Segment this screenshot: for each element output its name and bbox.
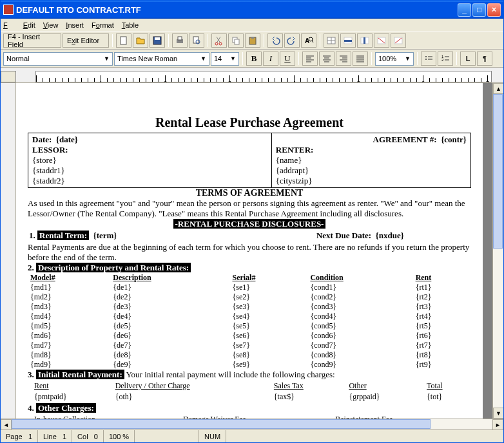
new-icon[interactable] bbox=[116, 33, 131, 48]
status-col: Col 0 bbox=[72, 430, 104, 442]
window-title: DEFAULT RTO CONTRACT.RTF bbox=[16, 5, 141, 15]
terms-text: As used in this agreement "you" and "you… bbox=[28, 198, 471, 219]
table-row: {md7}{de7}{se7}{cond7}{rt7} bbox=[28, 341, 471, 350]
rtl-icon[interactable]: ¶ bbox=[477, 52, 492, 66]
insert-field-button[interactable]: F4 - Insert Field bbox=[3, 33, 61, 48]
scroll-up-icon[interactable]: ▲ bbox=[493, 83, 503, 94]
style-dropdown[interactable]: Normal▼ bbox=[3, 52, 113, 66]
svg-text:2: 2 bbox=[441, 58, 444, 62]
menubar: F Edit View Insert Format Table bbox=[1, 19, 503, 32]
grid-header: Description bbox=[110, 273, 229, 283]
grid-header: Condition bbox=[307, 273, 412, 283]
status-line: Line 1 bbox=[38, 430, 72, 442]
align-center-icon[interactable] bbox=[319, 52, 334, 66]
menu-insert[interactable]: Insert bbox=[66, 21, 84, 29]
svg-rect-20 bbox=[344, 40, 352, 42]
charges-table: RentDelivery / Other ChargeSales TaxOthe… bbox=[28, 380, 471, 403]
property-grid: Model#DescriptionSerial#ConditionRent {m… bbox=[28, 273, 471, 370]
disclosures-header: -RENTAL PURCHASE DISCLOSURES- bbox=[173, 219, 326, 229]
delete-row-icon[interactable] bbox=[374, 33, 389, 48]
section1-text: Rental Payments are due at the beginning… bbox=[28, 242, 471, 263]
table-row: {md6}{de6}{se6}{cond6}{rt6} bbox=[28, 331, 471, 341]
horizontal-scrollbar[interactable]: ◄ ► bbox=[1, 419, 503, 429]
table-row: {md8}{de8}{se8}{cond8}{rt8} bbox=[28, 350, 471, 360]
paste-icon[interactable] bbox=[245, 33, 260, 48]
horizontal-ruler[interactable]: 1234567 bbox=[1, 68, 503, 83]
zoom-dropdown[interactable]: 100%▼ bbox=[375, 52, 414, 66]
insert-col-icon[interactable] bbox=[357, 33, 373, 48]
align-left-icon[interactable] bbox=[302, 52, 318, 66]
doc-title: Rental Lease Purchase Agreement bbox=[28, 115, 471, 130]
insert-row-icon[interactable] bbox=[340, 33, 356, 48]
size-dropdown[interactable]: 14▼ bbox=[211, 52, 239, 66]
menu-file[interactable]: F bbox=[3, 21, 15, 29]
menu-table[interactable]: Table bbox=[122, 21, 139, 29]
grid-header: Model# bbox=[28, 273, 110, 283]
underline-icon[interactable]: U bbox=[280, 52, 295, 66]
svg-point-43 bbox=[425, 56, 427, 57]
align-right-icon[interactable] bbox=[336, 52, 351, 66]
scroll-down-icon[interactable]: ▼ bbox=[493, 408, 503, 419]
toolbar-custom: F4 - Insert Field Exit Editor A bbox=[1, 32, 503, 50]
svg-rect-2 bbox=[155, 37, 160, 40]
scroll-left-icon[interactable]: ◄ bbox=[1, 419, 12, 430]
table-row: {md4}{de4}{se4}{cond4}{rt4} bbox=[28, 312, 471, 321]
table-icon[interactable] bbox=[324, 33, 339, 48]
svg-rect-12 bbox=[251, 37, 254, 39]
undo-icon[interactable] bbox=[267, 33, 283, 48]
bullets-icon[interactable] bbox=[421, 52, 436, 66]
statusbar: Page 1 Line 1 Col 0 100 % NUM bbox=[1, 429, 503, 442]
table-row: {md2}{de2}{se2}{cond2}{rt2} bbox=[28, 292, 471, 302]
menu-view[interactable]: View bbox=[43, 21, 59, 29]
h-scroll-thumb[interactable] bbox=[12, 419, 431, 429]
cut-icon[interactable] bbox=[211, 33, 227, 48]
menu-edit[interactable]: Edit bbox=[23, 21, 35, 29]
terms-header: TERMS OF AGREEMENT bbox=[28, 188, 471, 198]
table-row: {md5}{de5}{se5}{cond5}{rt5} bbox=[28, 321, 471, 331]
exit-editor-button[interactable]: Exit Editor bbox=[63, 33, 109, 48]
toolbar-format: Normal▼ Times New Roman▼ 14▼ B I U 100%▼… bbox=[1, 50, 503, 68]
save-icon[interactable] bbox=[150, 33, 165, 48]
menu-format[interactable]: Format bbox=[92, 21, 114, 29]
scroll-right-icon[interactable]: ► bbox=[492, 419, 503, 430]
svg-rect-22 bbox=[363, 37, 365, 44]
status-zoom: 100 % bbox=[104, 430, 135, 442]
find-icon[interactable]: A bbox=[301, 33, 316, 48]
bold-icon[interactable]: B bbox=[246, 52, 262, 66]
align-justify-icon[interactable] bbox=[353, 52, 368, 66]
other-charges-table: In-house CollectionDamage Waiver FeeRein… bbox=[28, 413, 471, 419]
grid-header: Rent bbox=[413, 273, 471, 283]
close-button[interactable]: × bbox=[487, 3, 501, 17]
print-preview-icon[interactable] bbox=[189, 33, 204, 48]
print-icon[interactable] bbox=[172, 33, 188, 48]
open-icon[interactable] bbox=[133, 33, 148, 48]
svg-rect-10 bbox=[235, 39, 239, 44]
italic-icon[interactable]: I bbox=[263, 52, 278, 66]
table-row: {md3}{de3}{se3}{cond3}{rt3} bbox=[28, 302, 471, 312]
table-row: {md9}{de9}{se9}{cond9}{rt9} bbox=[28, 360, 471, 370]
copy-icon[interactable] bbox=[228, 33, 244, 48]
app-icon bbox=[3, 5, 14, 15]
maximize-button[interactable]: □ bbox=[472, 3, 486, 17]
ltr-icon[interactable]: L bbox=[460, 52, 476, 66]
svg-line-15 bbox=[312, 41, 313, 42]
titlebar[interactable]: DEFAULT RTO CONTRACT.RTF _ □ × bbox=[1, 1, 503, 19]
v-scroll-thumb[interactable] bbox=[493, 94, 503, 249]
document-viewport[interactable]: Rental Lease Purchase Agreement Date: {d… bbox=[16, 83, 492, 419]
svg-point-45 bbox=[425, 59, 427, 60]
svg-rect-4 bbox=[178, 37, 182, 40]
table-row: {md1}{de1}{se1}{cond1}{rt1} bbox=[28, 283, 471, 292]
redo-icon[interactable] bbox=[284, 33, 300, 48]
status-num: NUM bbox=[199, 430, 226, 442]
vertical-ruler[interactable] bbox=[1, 83, 16, 419]
numbering-icon[interactable]: 12 bbox=[438, 52, 453, 66]
document-body[interactable]: Rental Lease Purchase Agreement Date: {d… bbox=[28, 115, 471, 419]
font-dropdown[interactable]: Times New Roman▼ bbox=[114, 52, 209, 66]
status-page: Page 1 bbox=[1, 430, 38, 442]
delete-col-icon[interactable] bbox=[391, 33, 406, 48]
svg-rect-0 bbox=[121, 37, 126, 44]
minimize-button[interactable]: _ bbox=[458, 3, 471, 17]
grid-header: Serial# bbox=[229, 273, 307, 283]
ruler-corner bbox=[1, 71, 16, 82]
vertical-scrollbar[interactable]: ▲ ▼ bbox=[492, 83, 503, 419]
